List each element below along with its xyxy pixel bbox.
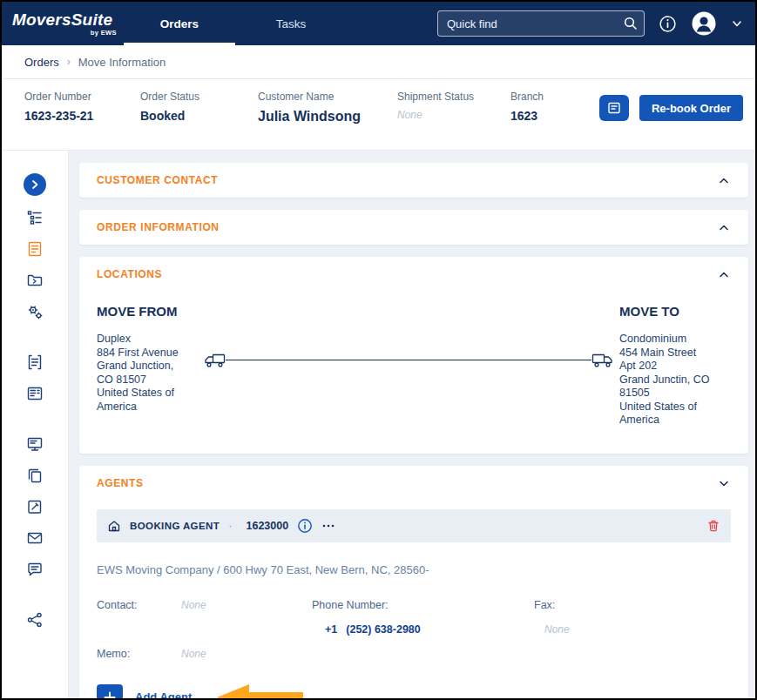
left-sidebar — [2, 151, 69, 698]
tab-orders-label: Orders — [160, 17, 199, 30]
locations-header[interactable]: LOCATIONS — [79, 257, 748, 292]
copy-icon[interactable] — [26, 467, 44, 484]
order-number-label: Order Number — [24, 91, 140, 103]
fax-value: None — [534, 623, 731, 636]
order-note-button[interactable] — [599, 95, 629, 121]
delete-agent-icon[interactable] — [706, 519, 720, 533]
phone-number: (252) 638-2980 — [346, 623, 420, 636]
integrations-icon[interactable] — [26, 611, 44, 629]
chevron-up-icon[interactable] — [717, 173, 731, 187]
move-from-line: United States of — [97, 387, 201, 400]
phone-country-code: +1 — [325, 623, 337, 636]
memo-label: Memo: — [97, 648, 181, 660]
notes-icon[interactable] — [26, 353, 44, 371]
navbar-right — [437, 10, 743, 37]
section-customer-contact: CUSTOMER CONTACT — [79, 163, 748, 198]
brand-name: MoversSuite — [12, 11, 117, 28]
services-gear-icon[interactable] — [26, 303, 44, 320]
folder-export-icon[interactable] — [26, 272, 44, 289]
chevron-right-icon — [30, 179, 40, 190]
section-order-information: ORDER INFORMATION — [79, 210, 748, 245]
shipment-status-field: Shipment Status None — [397, 91, 510, 121]
annotation-arrow-icon — [216, 683, 303, 699]
customer-contact-header[interactable]: CUSTOMER CONTACT — [79, 163, 748, 198]
move-to-line: United States of — [619, 400, 731, 414]
search-icon[interactable] — [623, 16, 638, 30]
tab-tasks[interactable]: Tasks — [235, 2, 347, 45]
move-to-line: Grand Junctin, CO — [619, 374, 731, 387]
main-tabs: Orders Tasks — [124, 2, 347, 45]
search-input[interactable] — [437, 10, 645, 37]
shipment-status-value: None — [397, 109, 510, 121]
move-from-title: MOVE FROM — [97, 304, 201, 319]
order-number-value: 1623-235-21 — [24, 109, 140, 123]
order-number-field: Order Number 1623-235-21 — [24, 91, 140, 123]
agents-header[interactable]: AGENTS — [79, 466, 748, 501]
edit-form-icon[interactable] — [26, 498, 44, 515]
agent-id-link[interactable]: 1623000 — [247, 520, 289, 532]
fax-label: Fax: — [534, 599, 731, 611]
move-from-block: MOVE FROM Duplex 884 First Avenue Grand … — [97, 293, 201, 427]
agent-info-icon[interactable] — [297, 518, 313, 534]
rebook-order-button[interactable]: Re-book Order — [639, 95, 743, 121]
screen-icon[interactable] — [26, 435, 44, 453]
chevron-down-icon[interactable] — [717, 476, 731, 490]
agent-role-label: BOOKING AGENT — [130, 521, 220, 531]
order-status-value: Booked — [140, 109, 258, 123]
locations-title: LOCATIONS — [97, 268, 162, 280]
branch-label: Branch — [510, 91, 589, 103]
add-agent-button[interactable] — [97, 684, 123, 699]
breadcrumb-current: Move Information — [78, 56, 166, 69]
origin-truck-icon — [203, 352, 226, 368]
order-information-title: ORDER INFORMATION — [97, 221, 220, 233]
chevron-down-icon[interactable] — [731, 17, 743, 30]
agent-company-line: EWS Moving Company / 600 Hwy 70 East, Ne… — [97, 563, 731, 576]
quick-find-search[interactable] — [437, 10, 645, 37]
tab-orders[interactable]: Orders — [124, 2, 235, 45]
add-agent-label[interactable]: Add Agent — [135, 690, 192, 698]
tab-tasks-label: Tasks — [276, 17, 307, 30]
booking-agent-row: BOOKING AGENT · 1623000 — [97, 509, 731, 542]
breadcrumb: Orders › Move Information — [2, 45, 755, 79]
order-tree-icon[interactable] — [26, 209, 44, 226]
customer-name-label: Customer Name — [258, 91, 397, 103]
order-header-actions: Re-book Order — [599, 95, 743, 121]
move-from-line: America — [97, 400, 201, 414]
locations-content: MOVE FROM Duplex 884 First Avenue Grand … — [79, 292, 748, 454]
move-to-line: Condominium — [619, 333, 731, 347]
section-locations: LOCATIONS MOVE FROM Duplex 884 First Ave… — [79, 257, 748, 454]
agent-separator: · — [228, 519, 232, 532]
note-icon — [607, 101, 621, 115]
move-details-icon[interactable] — [26, 240, 44, 258]
move-to-line: America — [619, 414, 731, 427]
sidebar-expand-button[interactable] — [24, 173, 46, 196]
move-to-block: MOVE TO Condominium 454 Main Street Apt … — [619, 293, 731, 427]
agent-details-grid: Contact: None Phone Number: Fax: +1 (252… — [97, 599, 731, 660]
move-to-line: Apt 202 — [619, 360, 731, 374]
memo-value: None — [181, 648, 312, 660]
agent-more-icon[interactable] — [321, 519, 335, 533]
breadcrumb-orders[interactable]: Orders — [24, 56, 59, 69]
chevron-up-icon[interactable] — [717, 220, 731, 234]
section-agents: AGENTS BOOKING AGENT · 1623000 — [79, 466, 748, 699]
move-from-line: CO 81507 — [97, 374, 201, 387]
agents-title: AGENTS — [97, 477, 144, 489]
plus-icon — [104, 691, 116, 699]
move-from-line: 884 First Avenue — [97, 347, 201, 360]
chevron-up-icon[interactable] — [717, 267, 731, 281]
document-icon[interactable] — [26, 385, 44, 402]
avatar[interactable] — [691, 10, 717, 37]
breadcrumb-separator: › — [67, 56, 71, 68]
mail-icon[interactable] — [26, 529, 44, 547]
phone-value[interactable]: +1 (252) 638-2980 — [312, 623, 534, 636]
move-to-line: 454 Main Street — [619, 347, 731, 360]
info-icon[interactable] — [659, 15, 677, 33]
comment-icon[interactable] — [26, 561, 44, 578]
move-to-line: 81505 — [619, 387, 731, 400]
order-information-header[interactable]: ORDER INFORMATION — [79, 210, 748, 245]
contact-value: None — [181, 599, 312, 611]
branch-field: Branch 1623 — [510, 91, 589, 123]
brand-logo[interactable]: MoversSuite by EWS — [12, 11, 117, 37]
add-agent-row: Add Agent — [97, 683, 731, 699]
shipment-status-label: Shipment Status — [397, 91, 510, 103]
